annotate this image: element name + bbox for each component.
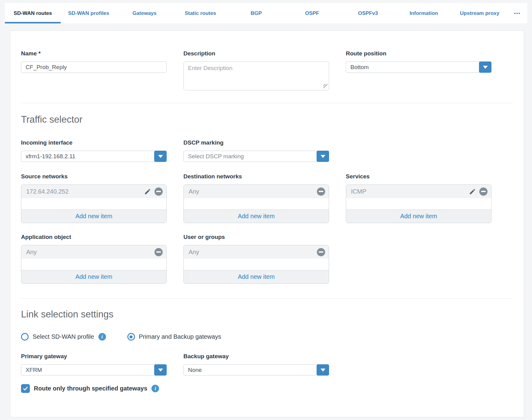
tab-label: Upstream proxy [460,10,499,16]
incoming-interface-field-group: Incoming interface xfrm1-192.168.2.11 [21,139,167,162]
dropdown-button[interactable] [317,151,329,162]
radio-icon-selected [127,333,135,341]
tab-sdwan-profiles[interactable]: SD-WAN profiles [61,3,116,23]
section-divider [21,103,513,103]
tab-label: Information [410,10,438,16]
list-empty-space [184,198,329,209]
backup-gateway-select[interactable]: None [183,364,329,376]
tab-label: OSPFv3 [358,10,378,16]
dropdown-button[interactable] [154,364,167,376]
edit-icon[interactable] [144,188,151,195]
tab-label: SD-WAN profiles [68,10,109,16]
name-label: Name * [21,50,167,57]
add-new-item-button[interactable]: Add new item [184,270,329,283]
description-textarea-wrap [183,61,329,90]
list-empty-space [21,259,166,270]
destination-networks-listbox: Any Add new item [183,184,329,223]
list-item: Any [184,185,329,198]
tab-ospfv3[interactable]: OSPFv3 [340,3,396,23]
check-icon [23,386,28,391]
resize-handle-icon[interactable] [323,84,328,88]
dropdown-button[interactable] [154,151,167,162]
primary-gateway-value: XFRM [21,365,166,375]
tab-gateways[interactable]: Gateways [117,3,172,23]
radio-label: Select SD-WAN profile [33,333,94,340]
list-item-text: Any [189,249,317,256]
remove-icon[interactable] [317,248,325,256]
tab-static-routes[interactable]: Static routes [172,3,228,23]
source-networks-label: Source networks [21,173,167,180]
link-selection-radio-group: Select SD-WAN profile i Primary and Back… [21,333,513,341]
chevron-down-icon [483,66,488,69]
tab-label: Static routes [185,10,216,16]
list-item: 172.64.240.252 [21,185,166,198]
user-or-groups-listbox: Any Add new item [183,245,329,284]
route-position-select[interactable]: Bottom [346,61,491,73]
tab-label: BGP [251,10,262,16]
edit-icon[interactable] [469,188,476,195]
list-empty-space [346,198,491,209]
primary-gateway-select[interactable]: XFRM [21,364,167,376]
tab-information[interactable]: Information [396,3,452,23]
backup-gateway-field-group: Backup gateway None [183,353,329,376]
route-position-field-group: Route position Bottom [346,50,491,90]
application-users-row: Application object Any Add new item User… [21,234,513,284]
remove-icon[interactable] [317,187,325,196]
radio-primary-backup-gateways[interactable]: Primary and Backup gateways [127,333,221,341]
list-item-text: Any [189,188,317,195]
add-new-item-button[interactable]: Add new item [21,270,166,283]
chevron-down-icon [158,369,163,372]
radio-icon [21,333,29,341]
remove-icon[interactable] [154,187,163,196]
name-input[interactable] [21,61,167,73]
list-item: Any [21,245,166,259]
tab-bar: SD-WAN routes SD-WAN profiles Gateways S… [5,3,527,23]
list-item: ICMP [346,185,491,198]
backup-gateway-label: Backup gateway [183,353,329,360]
tab-label: OSPF [305,10,319,16]
checkbox-checked[interactable] [21,384,30,393]
dscp-marking-field-group: DSCP marking Select DSCP marking [183,139,329,162]
dropdown-button[interactable] [317,364,329,376]
more-tabs-button[interactable]: ••• [508,3,527,23]
incoming-interface-value: xfrm1-192.168.2.11 [21,151,166,162]
info-icon[interactable]: i [98,333,106,341]
route-form-card: Name * Description Route position Bottom [10,30,524,417]
add-new-item-button[interactable]: Add new item [346,209,491,223]
dropdown-button[interactable] [479,61,491,73]
sdwan-route-editor: SD-WAN routes SD-WAN profiles Gateways S… [0,0,532,420]
dscp-marking-label: DSCP marking [183,139,329,146]
route-only-checkbox-row: Route only through specified gateways i [21,384,513,393]
primary-gateway-label: Primary gateway [21,353,167,360]
backup-gateway-value: None [184,365,329,375]
tab-label: SD-WAN routes [14,10,52,16]
route-only-label: Route only through specified gateways [34,385,147,392]
description-textarea[interactable] [183,61,329,90]
destination-networks-label: Destination networks [183,173,329,180]
tab-ospf[interactable]: OSPF [284,3,340,23]
add-new-item-button[interactable]: Add new item [184,209,329,223]
active-tab-underline [5,22,61,23]
info-icon[interactable]: i [151,385,159,392]
add-new-item-button[interactable]: Add new item [21,209,166,223]
dscp-marking-select[interactable]: Select DSCP marking [183,151,329,162]
tab-label: Gateways [133,10,157,16]
tab-sdwan-routes[interactable]: SD-WAN routes [5,3,61,23]
name-field-group: Name * [21,50,167,90]
primary-gateway-field-group: Primary gateway XFRM [21,353,167,376]
services-listbox: ICMP Add new item [346,184,491,223]
list-empty-space [21,198,166,209]
services-group: Services ICMP Add new item [346,173,491,223]
basic-fields-row: Name * Description Route position Bottom [21,50,513,90]
chevron-down-icon [321,155,325,158]
application-object-listbox: Any Add new item [21,245,167,284]
user-or-groups-group: User or groups Any Add new item [183,234,329,284]
remove-icon[interactable] [154,248,163,256]
radio-select-sdwan-profile[interactable]: Select SD-WAN profile i [21,333,106,341]
incoming-interface-select[interactable]: xfrm1-192.168.2.11 [21,151,167,162]
tab-bgp[interactable]: BGP [228,3,284,23]
route-position-label: Route position [346,50,491,57]
tab-upstream-proxy[interactable]: Upstream proxy [452,3,508,23]
remove-icon[interactable] [479,187,488,196]
dscp-marking-value: Select DSCP marking [184,151,329,162]
